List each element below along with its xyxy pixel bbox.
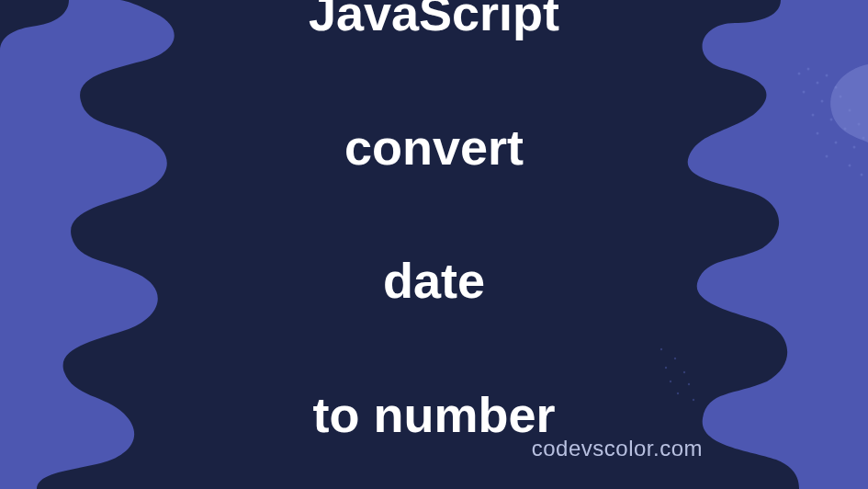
svg-point-13 [817, 132, 819, 135]
svg-point-26 [677, 392, 679, 394]
headline-line-4: to number [309, 381, 559, 449]
svg-point-22 [665, 367, 667, 369]
svg-point-25 [688, 383, 690, 385]
svg-point-2 [817, 82, 819, 85]
svg-point-3 [826, 74, 829, 77]
svg-point-9 [812, 114, 815, 117]
svg-point-1 [807, 68, 810, 71]
svg-point-10 [830, 119, 833, 121]
svg-point-21 [674, 358, 676, 359]
svg-point-19 [861, 174, 863, 176]
svg-point-15 [853, 146, 856, 149]
svg-point-23 [683, 371, 685, 373]
svg-point-5 [803, 91, 806, 94]
svg-point-18 [849, 165, 851, 167]
svg-point-14 [835, 142, 838, 144]
svg-point-20 [660, 348, 662, 350]
svg-point-27 [693, 399, 694, 401]
headline-line-2: convert [309, 114, 559, 181]
blog-banner: JavaScript convert date to number codevs… [0, 0, 868, 489]
banner-headline: JavaScript convert date to number [309, 0, 559, 489]
headline-line-1: JavaScript [309, 0, 559, 47]
headline-line-3: date [309, 248, 559, 315]
site-attribution: codevscolor.com [532, 436, 703, 461]
svg-point-17 [826, 155, 829, 158]
svg-point-0 [798, 73, 801, 75]
svg-point-6 [821, 100, 824, 103]
svg-point-24 [670, 381, 671, 382]
